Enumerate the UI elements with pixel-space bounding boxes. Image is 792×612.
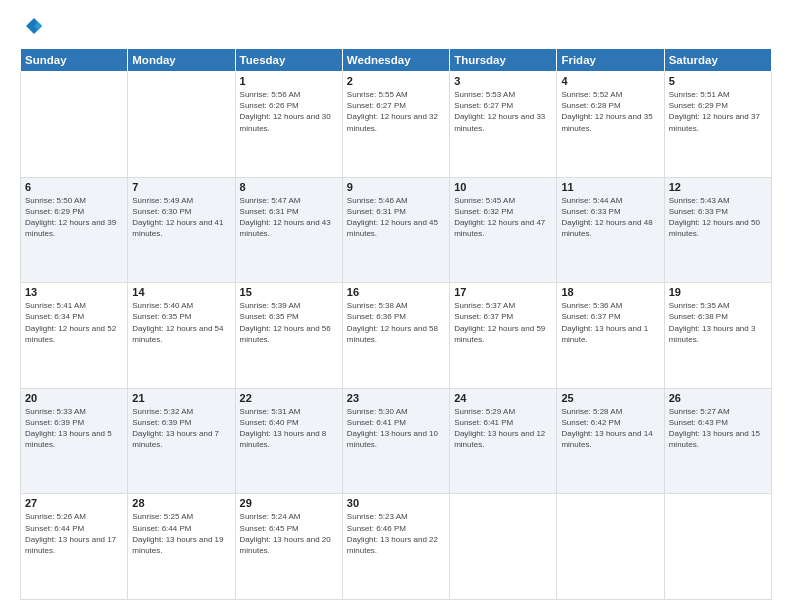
calendar-cell: 25Sunrise: 5:28 AMSunset: 6:42 PMDayligh… [557, 388, 664, 494]
day-info: Sunrise: 5:31 AMSunset: 6:40 PMDaylight:… [240, 406, 338, 451]
calendar-cell: 28Sunrise: 5:25 AMSunset: 6:44 PMDayligh… [128, 494, 235, 600]
day-info: Sunrise: 5:45 AMSunset: 6:32 PMDaylight:… [454, 195, 552, 240]
day-number: 7 [132, 181, 230, 193]
calendar-cell: 26Sunrise: 5:27 AMSunset: 6:43 PMDayligh… [664, 388, 771, 494]
weekday-header: Wednesday [342, 49, 449, 72]
day-info: Sunrise: 5:32 AMSunset: 6:39 PMDaylight:… [132, 406, 230, 451]
day-number: 10 [454, 181, 552, 193]
weekday-header: Friday [557, 49, 664, 72]
calendar-header-row: SundayMondayTuesdayWednesdayThursdayFrid… [21, 49, 772, 72]
calendar-cell: 7Sunrise: 5:49 AMSunset: 6:30 PMDaylight… [128, 177, 235, 283]
day-info: Sunrise: 5:56 AMSunset: 6:26 PMDaylight:… [240, 89, 338, 134]
day-info: Sunrise: 5:28 AMSunset: 6:42 PMDaylight:… [561, 406, 659, 451]
logo-icon [20, 16, 42, 38]
calendar-cell: 22Sunrise: 5:31 AMSunset: 6:40 PMDayligh… [235, 388, 342, 494]
day-info: Sunrise: 5:37 AMSunset: 6:37 PMDaylight:… [454, 300, 552, 345]
calendar: SundayMondayTuesdayWednesdayThursdayFrid… [20, 48, 772, 600]
day-info: Sunrise: 5:23 AMSunset: 6:46 PMDaylight:… [347, 511, 445, 556]
day-info: Sunrise: 5:47 AMSunset: 6:31 PMDaylight:… [240, 195, 338, 240]
day-number: 29 [240, 497, 338, 509]
day-number: 24 [454, 392, 552, 404]
day-info: Sunrise: 5:40 AMSunset: 6:35 PMDaylight:… [132, 300, 230, 345]
day-info: Sunrise: 5:49 AMSunset: 6:30 PMDaylight:… [132, 195, 230, 240]
calendar-cell: 2Sunrise: 5:55 AMSunset: 6:27 PMDaylight… [342, 72, 449, 178]
day-number: 28 [132, 497, 230, 509]
day-number: 20 [25, 392, 123, 404]
calendar-cell: 3Sunrise: 5:53 AMSunset: 6:27 PMDaylight… [450, 72, 557, 178]
calendar-cell [450, 494, 557, 600]
day-info: Sunrise: 5:44 AMSunset: 6:33 PMDaylight:… [561, 195, 659, 240]
day-info: Sunrise: 5:39 AMSunset: 6:35 PMDaylight:… [240, 300, 338, 345]
day-number: 25 [561, 392, 659, 404]
calendar-cell: 23Sunrise: 5:30 AMSunset: 6:41 PMDayligh… [342, 388, 449, 494]
day-info: Sunrise: 5:36 AMSunset: 6:37 PMDaylight:… [561, 300, 659, 345]
day-info: Sunrise: 5:24 AMSunset: 6:45 PMDaylight:… [240, 511, 338, 556]
day-number: 30 [347, 497, 445, 509]
calendar-cell: 13Sunrise: 5:41 AMSunset: 6:34 PMDayligh… [21, 283, 128, 389]
calendar-cell: 29Sunrise: 5:24 AMSunset: 6:45 PMDayligh… [235, 494, 342, 600]
day-number: 2 [347, 75, 445, 87]
day-number: 8 [240, 181, 338, 193]
calendar-cell: 20Sunrise: 5:33 AMSunset: 6:39 PMDayligh… [21, 388, 128, 494]
calendar-cell: 9Sunrise: 5:46 AMSunset: 6:31 PMDaylight… [342, 177, 449, 283]
calendar-week-row: 1Sunrise: 5:56 AMSunset: 6:26 PMDaylight… [21, 72, 772, 178]
day-number: 9 [347, 181, 445, 193]
calendar-cell: 27Sunrise: 5:26 AMSunset: 6:44 PMDayligh… [21, 494, 128, 600]
calendar-cell: 17Sunrise: 5:37 AMSunset: 6:37 PMDayligh… [450, 283, 557, 389]
day-number: 1 [240, 75, 338, 87]
day-number: 3 [454, 75, 552, 87]
day-info: Sunrise: 5:26 AMSunset: 6:44 PMDaylight:… [25, 511, 123, 556]
calendar-cell: 10Sunrise: 5:45 AMSunset: 6:32 PMDayligh… [450, 177, 557, 283]
day-info: Sunrise: 5:30 AMSunset: 6:41 PMDaylight:… [347, 406, 445, 451]
calendar-cell: 1Sunrise: 5:56 AMSunset: 6:26 PMDaylight… [235, 72, 342, 178]
day-number: 6 [25, 181, 123, 193]
day-number: 26 [669, 392, 767, 404]
day-info: Sunrise: 5:43 AMSunset: 6:33 PMDaylight:… [669, 195, 767, 240]
day-number: 27 [25, 497, 123, 509]
day-number: 15 [240, 286, 338, 298]
weekday-header: Sunday [21, 49, 128, 72]
calendar-cell: 14Sunrise: 5:40 AMSunset: 6:35 PMDayligh… [128, 283, 235, 389]
day-info: Sunrise: 5:27 AMSunset: 6:43 PMDaylight:… [669, 406, 767, 451]
calendar-week-row: 6Sunrise: 5:50 AMSunset: 6:29 PMDaylight… [21, 177, 772, 283]
calendar-week-row: 27Sunrise: 5:26 AMSunset: 6:44 PMDayligh… [21, 494, 772, 600]
day-number: 5 [669, 75, 767, 87]
day-info: Sunrise: 5:41 AMSunset: 6:34 PMDaylight:… [25, 300, 123, 345]
day-number: 18 [561, 286, 659, 298]
day-number: 11 [561, 181, 659, 193]
day-info: Sunrise: 5:25 AMSunset: 6:44 PMDaylight:… [132, 511, 230, 556]
day-info: Sunrise: 5:29 AMSunset: 6:41 PMDaylight:… [454, 406, 552, 451]
calendar-cell: 11Sunrise: 5:44 AMSunset: 6:33 PMDayligh… [557, 177, 664, 283]
calendar-week-row: 13Sunrise: 5:41 AMSunset: 6:34 PMDayligh… [21, 283, 772, 389]
calendar-cell: 30Sunrise: 5:23 AMSunset: 6:46 PMDayligh… [342, 494, 449, 600]
day-info: Sunrise: 5:50 AMSunset: 6:29 PMDaylight:… [25, 195, 123, 240]
calendar-cell: 16Sunrise: 5:38 AMSunset: 6:36 PMDayligh… [342, 283, 449, 389]
day-number: 19 [669, 286, 767, 298]
calendar-cell: 24Sunrise: 5:29 AMSunset: 6:41 PMDayligh… [450, 388, 557, 494]
calendar-cell: 18Sunrise: 5:36 AMSunset: 6:37 PMDayligh… [557, 283, 664, 389]
day-number: 14 [132, 286, 230, 298]
calendar-cell: 6Sunrise: 5:50 AMSunset: 6:29 PMDaylight… [21, 177, 128, 283]
weekday-header: Saturday [664, 49, 771, 72]
calendar-week-row: 20Sunrise: 5:33 AMSunset: 6:39 PMDayligh… [21, 388, 772, 494]
day-info: Sunrise: 5:38 AMSunset: 6:36 PMDaylight:… [347, 300, 445, 345]
weekday-header: Thursday [450, 49, 557, 72]
day-number: 12 [669, 181, 767, 193]
day-number: 13 [25, 286, 123, 298]
calendar-cell [557, 494, 664, 600]
calendar-cell: 5Sunrise: 5:51 AMSunset: 6:29 PMDaylight… [664, 72, 771, 178]
calendar-cell: 8Sunrise: 5:47 AMSunset: 6:31 PMDaylight… [235, 177, 342, 283]
day-info: Sunrise: 5:51 AMSunset: 6:29 PMDaylight:… [669, 89, 767, 134]
calendar-cell [128, 72, 235, 178]
header [20, 16, 772, 38]
day-number: 4 [561, 75, 659, 87]
calendar-cell [664, 494, 771, 600]
calendar-cell: 21Sunrise: 5:32 AMSunset: 6:39 PMDayligh… [128, 388, 235, 494]
day-info: Sunrise: 5:35 AMSunset: 6:38 PMDaylight:… [669, 300, 767, 345]
logo [20, 16, 46, 38]
weekday-header: Monday [128, 49, 235, 72]
day-info: Sunrise: 5:55 AMSunset: 6:27 PMDaylight:… [347, 89, 445, 134]
calendar-cell: 12Sunrise: 5:43 AMSunset: 6:33 PMDayligh… [664, 177, 771, 283]
calendar-cell: 19Sunrise: 5:35 AMSunset: 6:38 PMDayligh… [664, 283, 771, 389]
day-number: 16 [347, 286, 445, 298]
